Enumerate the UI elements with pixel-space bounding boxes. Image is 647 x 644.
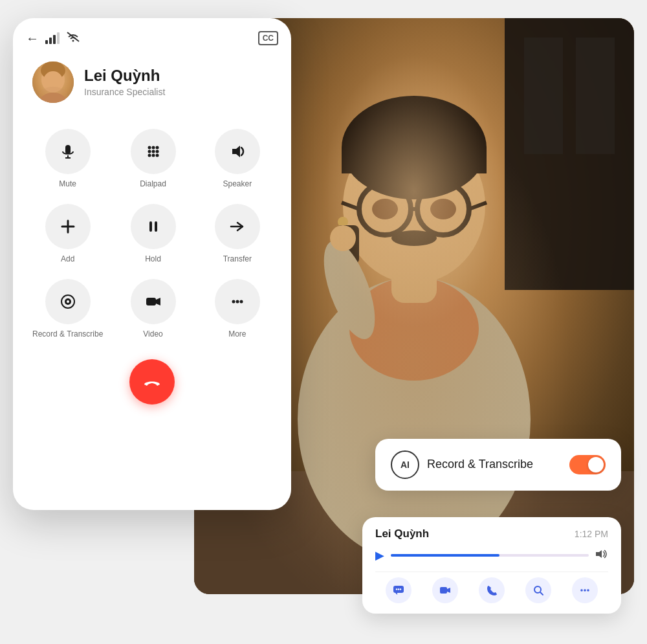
wifi-off-icon <box>66 32 80 45</box>
transcript-time: 1:12 PM <box>575 529 608 539</box>
svg-marker-62 <box>447 588 450 593</box>
svg-rect-29 <box>65 145 71 154</box>
svg-point-39 <box>151 153 155 157</box>
mute-button-item[interactable]: Mute <box>32 129 103 188</box>
svg-point-26 <box>41 61 65 80</box>
svg-point-33 <box>151 146 155 149</box>
contact-title: Insurance Specialist <box>84 87 165 97</box>
audio-progress: ▶ <box>375 548 608 562</box>
hold-button-circle[interactable] <box>131 204 176 249</box>
ai-badge-area: AI Record & Transcribe <box>391 450 533 479</box>
transcript-contact-name: Lei Quỳnh <box>375 527 429 540</box>
record-label: Record & Transcribe <box>32 329 103 339</box>
scene: ← CC <box>13 18 634 627</box>
video-button-item[interactable]: Video <box>118 279 187 339</box>
svg-point-65 <box>580 589 583 592</box>
transcript-card: Lei Quỳnh 1:12 PM ▶ <box>362 517 621 614</box>
svg-line-64 <box>540 592 543 595</box>
svg-point-35 <box>148 150 151 153</box>
call-action-button[interactable] <box>479 577 505 603</box>
dialpad-label: Dialpad <box>140 179 166 188</box>
svg-point-49 <box>67 300 69 303</box>
svg-point-38 <box>148 153 151 157</box>
speaker-label: Speaker <box>223 179 252 188</box>
transfer-button-item[interactable]: Transfer <box>203 204 272 263</box>
transfer-button-circle[interactable] <box>215 204 260 249</box>
svg-point-58 <box>396 588 397 590</box>
dialpad-button-item[interactable]: Dialpad <box>118 129 187 188</box>
cc-badge[interactable]: CC <box>258 31 278 45</box>
video-label: Video <box>143 329 162 339</box>
transcript-header: Lei Quỳnh 1:12 PM <box>375 527 608 540</box>
end-call-button[interactable] <box>129 359 175 405</box>
svg-rect-44 <box>149 221 152 232</box>
svg-point-32 <box>148 146 151 149</box>
svg-point-66 <box>584 589 586 592</box>
mute-label: Mute <box>59 179 76 188</box>
more-button-circle[interactable] <box>215 279 260 324</box>
svg-point-53 <box>236 300 239 303</box>
speaker-button-circle[interactable] <box>215 129 260 174</box>
volume-icon[interactable] <box>595 549 608 562</box>
svg-point-52 <box>232 300 235 303</box>
add-button-circle[interactable] <box>45 204 91 249</box>
phone-header-left: ← <box>26 31 80 46</box>
svg-point-28 <box>55 76 60 83</box>
play-button[interactable]: ▶ <box>375 548 384 562</box>
signal-bar-3 <box>53 35 56 44</box>
avatar <box>32 61 74 103</box>
svg-point-54 <box>239 300 243 303</box>
svg-point-67 <box>587 589 589 592</box>
speaker-button-item[interactable]: Speaker <box>203 129 272 188</box>
hold-label: Hold <box>145 254 161 263</box>
back-arrow-icon[interactable]: ← <box>26 31 39 46</box>
signal-bar-4 <box>57 32 60 44</box>
phone-card: ← CC <box>13 18 291 510</box>
progress-bar[interactable] <box>391 554 589 557</box>
more-label: More <box>228 329 246 339</box>
svg-point-34 <box>155 146 159 149</box>
record-transcribe-card: AI Record & Transcribe <box>375 439 621 491</box>
svg-point-27 <box>46 76 51 83</box>
mute-button-circle[interactable] <box>45 129 91 174</box>
contact-section: Lei Quỳnh Insurance Specialist <box>26 61 278 103</box>
contact-info: Lei Quỳnh Insurance Specialist <box>84 67 165 97</box>
record-transcribe-label: Record & Transcribe <box>427 458 533 471</box>
record-toggle[interactable] <box>569 455 606 474</box>
transcript-actions <box>375 572 608 603</box>
svg-marker-51 <box>156 298 160 305</box>
progress-fill <box>391 554 499 557</box>
video-action-button[interactable] <box>432 577 458 603</box>
record-button-item[interactable]: Record & Transcribe <box>32 279 103 339</box>
svg-point-23 <box>72 40 74 42</box>
record-button-circle[interactable] <box>45 279 91 324</box>
transfer-label: Transfer <box>223 254 252 263</box>
phone-header: ← CC <box>26 31 278 46</box>
svg-rect-61 <box>440 587 447 594</box>
svg-rect-45 <box>155 221 157 232</box>
ai-icon: AI <box>391 450 419 479</box>
add-button-item[interactable]: Add <box>32 204 103 263</box>
avatar-face <box>32 61 74 103</box>
end-call-section <box>26 359 278 405</box>
svg-marker-55 <box>596 550 602 558</box>
svg-point-60 <box>400 588 401 590</box>
svg-point-24 <box>39 93 67 103</box>
signal-bars <box>45 32 60 44</box>
hold-button-item[interactable]: Hold <box>118 204 187 263</box>
more-button-item[interactable]: More <box>203 279 272 339</box>
toggle-knob <box>588 457 604 472</box>
svg-marker-57 <box>395 593 397 595</box>
dialpad-button-circle[interactable] <box>131 129 176 174</box>
add-label: Add <box>61 254 74 263</box>
chat-action-button[interactable] <box>386 577 411 603</box>
svg-point-36 <box>151 150 155 153</box>
svg-point-37 <box>155 150 159 153</box>
search-action-button[interactable] <box>525 577 551 603</box>
video-button-circle[interactable] <box>131 279 176 324</box>
svg-point-59 <box>398 588 399 590</box>
more-action-button[interactable] <box>572 577 598 603</box>
call-buttons-grid: Mute Dialpad <box>26 129 278 339</box>
signal-bar-2 <box>49 38 52 44</box>
svg-point-40 <box>155 153 159 157</box>
